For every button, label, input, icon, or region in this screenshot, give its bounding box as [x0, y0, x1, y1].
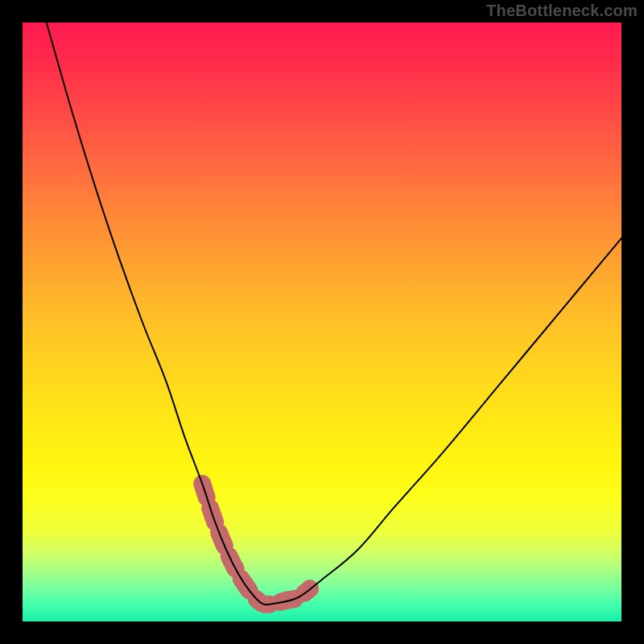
bottleneck-curve-path — [47, 23, 621, 605]
chart-frame: TheBottleneck.com — [0, 0, 644, 644]
watermark-text: TheBottleneck.com — [486, 2, 638, 20]
chart-svg — [23, 23, 621, 621]
plot-area — [23, 23, 621, 621]
optimal-band-path — [202, 484, 310, 605]
